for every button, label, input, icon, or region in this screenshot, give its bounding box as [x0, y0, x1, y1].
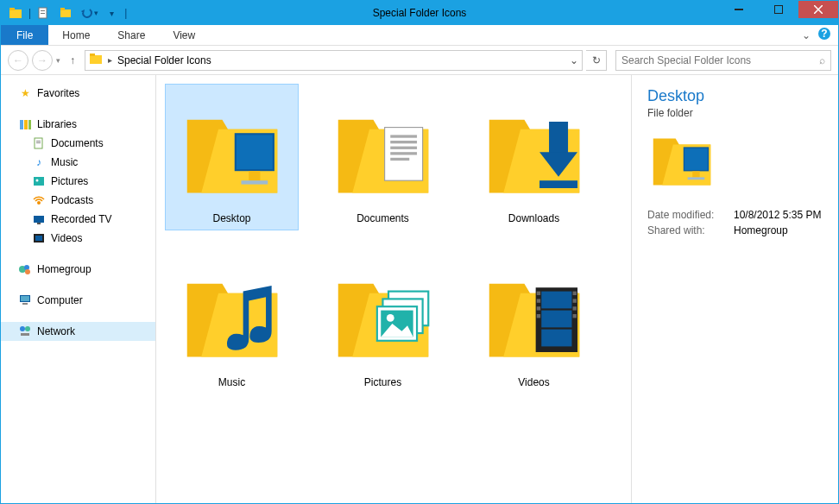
svg-rect-43 — [24, 120, 28, 129]
search-input[interactable] — [621, 54, 819, 66]
sidebar-favorites[interactable]: ★ Favorites — [1, 84, 155, 103]
svg-point-56 — [24, 265, 29, 270]
folder-icon — [323, 254, 444, 375]
folder-app-icon — [6, 3, 25, 22]
qat-properties-icon[interactable] — [35, 3, 54, 22]
libraries-icon — [18, 117, 32, 131]
ribbon: File Home Share View ⌄ ? — [1, 25, 838, 46]
folder-icon — [172, 254, 293, 375]
qat-customize-icon[interactable]: ▾ — [102, 3, 121, 22]
folder-item-documents[interactable]: Documents — [316, 84, 450, 230]
svg-rect-35 — [60, 8, 65, 10]
nav-recent-icon[interactable]: ▾ — [56, 56, 60, 65]
svg-rect-44 — [28, 120, 31, 129]
folder-item-downloads[interactable]: Downloads — [467, 84, 601, 230]
svg-point-57 — [25, 269, 30, 274]
svg-rect-63 — [21, 333, 29, 336]
svg-text:?: ? — [821, 28, 827, 40]
sidebar-computer[interactable]: Computer — [1, 291, 155, 310]
sidebar: ★ Favorites Libraries Documents ♪Music P… — [1, 75, 156, 503]
folder-icon — [474, 90, 595, 211]
details-type: File folder — [647, 107, 823, 119]
tab-share[interactable]: Share — [104, 25, 159, 45]
file-tab[interactable]: File — [1, 25, 48, 45]
doc-icon — [32, 136, 46, 150]
nav-up-button[interactable]: ↑ — [64, 52, 81, 69]
nav-back-button[interactable]: ← — [8, 50, 28, 71]
sidebar-item-podcasts[interactable]: Podcasts — [1, 191, 155, 210]
svg-rect-59 — [21, 296, 29, 301]
computer-icon — [18, 293, 32, 307]
svg-rect-36 — [735, 9, 743, 10]
svg-rect-47 — [36, 142, 41, 143]
svg-rect-30 — [9, 8, 15, 10]
svg-rect-48 — [34, 177, 44, 186]
sidebar-item-documents[interactable]: Documents — [1, 134, 155, 153]
network-icon — [18, 324, 32, 338]
address-bar[interactable]: ▸ Special Folder Icons ⌄ — [85, 50, 583, 71]
tab-home[interactable]: Home — [48, 25, 104, 45]
svg-rect-51 — [34, 216, 44, 223]
folder-item-videos[interactable]: Videos — [467, 248, 601, 394]
sidebar-homegroup[interactable]: Homegroup — [1, 260, 155, 279]
maximize-button[interactable] — [759, 1, 798, 18]
svg-rect-60 — [22, 303, 28, 305]
address-dropdown-icon[interactable]: ⌄ — [570, 54, 578, 66]
folder-item-music[interactable]: Music — [165, 248, 299, 394]
folder-item-desktop[interactable]: Desktop — [165, 84, 299, 230]
star-icon: ★ — [18, 86, 32, 100]
address-folder-icon — [89, 52, 103, 68]
tab-view[interactable]: View — [159, 25, 209, 45]
search-icon[interactable]: ⌕ — [819, 54, 825, 66]
svg-rect-29 — [9, 9, 22, 18]
svg-rect-52 — [37, 223, 41, 224]
svg-rect-37 — [774, 5, 783, 14]
sidebar-item-pictures[interactable]: Pictures — [1, 172, 155, 191]
content-pane: Desktop Documents Downloads Music Pictur… — [156, 75, 631, 503]
breadcrumb-segment[interactable]: Special Folder Icons — [117, 54, 565, 66]
details-title: Desktop — [647, 87, 823, 105]
svg-rect-42 — [20, 120, 23, 129]
svg-rect-54 — [35, 236, 42, 241]
folder-item-pictures[interactable]: Pictures — [316, 248, 450, 394]
explorer-window: | ▾ ▾ | Special Folder Icons File Home S… — [1, 1, 838, 503]
titlebar: | ▾ ▾ | Special Folder Icons — [1, 1, 838, 25]
folder-icon — [172, 90, 293, 211]
search-box[interactable]: ⌕ — [615, 50, 831, 71]
sidebar-item-videos[interactable]: Videos — [1, 229, 155, 248]
qat-newfolder-icon[interactable] — [57, 3, 76, 22]
svg-rect-34 — [60, 9, 71, 17]
folder-icon — [323, 90, 444, 211]
podcasts-icon — [32, 193, 46, 207]
refresh-button[interactable]: ↻ — [586, 50, 607, 71]
svg-rect-46 — [36, 141, 41, 142]
svg-rect-33 — [41, 13, 45, 14]
videos-icon — [32, 231, 46, 245]
homegroup-icon — [18, 262, 32, 276]
svg-rect-32 — [41, 10, 45, 11]
details-pane: Desktop File folder Date modified: 10/8/… — [631, 75, 838, 503]
minimize-button[interactable] — [719, 1, 759, 18]
nav-forward-button[interactable]: → — [32, 50, 53, 71]
qat-undo-icon[interactable]: ▾ — [79, 3, 98, 22]
details-row-shared: Shared with: Homegroup — [647, 224, 823, 236]
tv-icon — [32, 212, 46, 226]
details-row-modified: Date modified: 10/8/2012 5:35 PM — [647, 209, 823, 221]
details-preview-icon — [647, 128, 725, 197]
help-icon[interactable]: ? — [817, 27, 831, 43]
svg-point-61 — [20, 326, 25, 331]
close-button[interactable] — [798, 1, 838, 18]
pictures-icon — [32, 174, 46, 188]
sidebar-item-recordedtv[interactable]: Recorded TV — [1, 210, 155, 229]
svg-point-49 — [36, 180, 39, 182]
navbar: ← → ▾ ↑ ▸ Special Folder Icons ⌄ ↻ ⌕ — [1, 46, 838, 75]
music-icon: ♪ — [32, 155, 46, 169]
svg-rect-41 — [90, 54, 95, 56]
breadcrumb-sep-icon[interactable]: ▸ — [108, 55, 112, 65]
sidebar-item-music[interactable]: ♪Music — [1, 153, 155, 172]
sidebar-libraries[interactable]: Libraries — [1, 115, 155, 134]
ribbon-expand-icon[interactable]: ⌄ — [802, 29, 811, 41]
sidebar-network[interactable]: Network — [1, 322, 155, 341]
svg-point-50 — [37, 201, 41, 205]
folder-icon — [474, 254, 595, 375]
